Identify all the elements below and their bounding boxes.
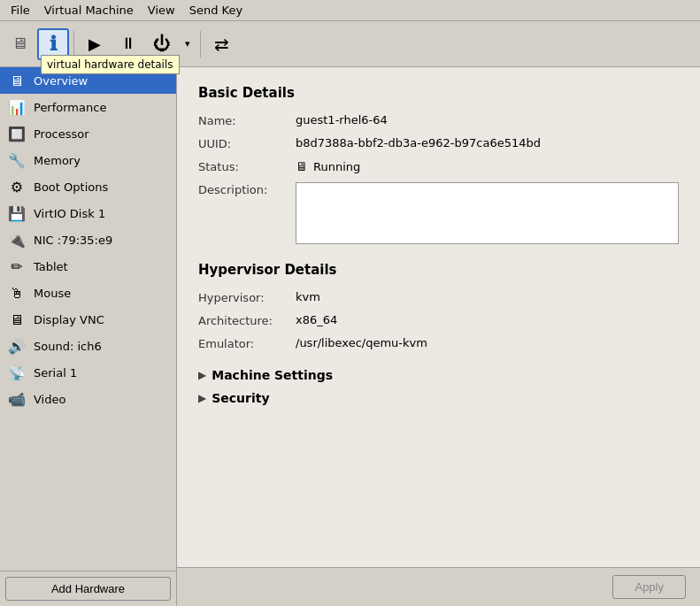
machine-settings-arrow: ▶ bbox=[198, 369, 206, 381]
machine-settings-section: ▶ Machine Settings bbox=[198, 368, 679, 382]
migrate-button[interactable]: ⇄ bbox=[205, 28, 237, 60]
tablet-icon: ✏ bbox=[7, 257, 27, 276]
uuid-label: UUID: bbox=[198, 136, 296, 150]
overview-icon: 🖥 bbox=[7, 71, 27, 90]
apply-button[interactable]: Apply bbox=[612, 575, 686, 599]
tooltip: virtual hardware details bbox=[41, 55, 180, 74]
architecture-row: Architecture: x86_64 bbox=[198, 313, 679, 327]
toolbar-separator-2 bbox=[200, 31, 201, 58]
video-icon: 📹 bbox=[7, 389, 27, 409]
nic-icon: 🔌 bbox=[7, 230, 27, 249]
sidebar-item-mouse[interactable]: 🖱 Mouse bbox=[0, 280, 176, 306]
memory-icon: 🔧 bbox=[7, 150, 27, 170]
security-section: ▶ Security bbox=[198, 391, 679, 405]
architecture-value: x86_64 bbox=[296, 313, 679, 326]
sidebar-item-sound[interactable]: 🔊 Sound: ich6 bbox=[0, 333, 176, 359]
sidebar-item-tablet[interactable]: ✏ Tablet bbox=[0, 253, 176, 280]
hypervisor-label: Hypervisor: bbox=[198, 290, 296, 304]
sidebar-item-boot-options[interactable]: ⚙ Boot Options bbox=[0, 173, 176, 200]
description-label: Description: bbox=[198, 182, 296, 196]
sidebar-label-video: Video bbox=[34, 393, 65, 406]
sidebar-item-nic[interactable]: 🔌 NIC :79:35:e9 bbox=[0, 226, 176, 253]
uuid-value: b8d7388a-bbf2-db3a-e962-b97ca6e514bd bbox=[296, 136, 679, 150]
sidebar-label-memory: Memory bbox=[34, 154, 81, 167]
toolbar-separator-1 bbox=[73, 31, 74, 58]
emulator-row: Emulator: /usr/libexec/qemu-kvm bbox=[198, 336, 679, 350]
sidebar-label-mouse: Mouse bbox=[34, 287, 71, 300]
show-overview-button[interactable]: 🖥 bbox=[4, 28, 35, 60]
menubar: File Virtual Machine View Send Key bbox=[0, 0, 700, 21]
name-label: Name: bbox=[198, 113, 296, 127]
main-layout: 🖥 Overview 📊 Performance 🔲 Processor 🔧 M… bbox=[0, 67, 700, 606]
emulator-value: /usr/libexec/qemu-kvm bbox=[296, 336, 679, 349]
mouse-icon: 🖱 bbox=[7, 283, 27, 303]
menu-file[interactable]: File bbox=[4, 2, 37, 19]
hypervisor-details-table: Hypervisor: kvm Architecture: x86_64 Emu… bbox=[198, 290, 679, 350]
description-textarea[interactable] bbox=[296, 182, 679, 244]
sidebar-label-tablet: Tablet bbox=[34, 260, 68, 273]
emulator-label: Emulator: bbox=[198, 336, 296, 350]
sidebar-list: 🖥 Overview 📊 Performance 🔲 Processor 🔧 M… bbox=[0, 67, 176, 571]
sidebar-label-boot-options: Boot Options bbox=[34, 180, 108, 194]
machine-settings-title: Machine Settings bbox=[212, 368, 333, 382]
apply-area: Apply bbox=[177, 567, 700, 606]
sidebar-label-sound: Sound: ich6 bbox=[34, 340, 102, 353]
sidebar-label-overview: Overview bbox=[34, 74, 88, 88]
description-row: Description: bbox=[198, 182, 679, 244]
serial-icon: 📡 bbox=[7, 363, 27, 382]
sidebar-item-processor[interactable]: 🔲 Processor bbox=[0, 120, 176, 147]
power-menu-button[interactable]: ▾ bbox=[180, 28, 196, 60]
hypervisor-details-title: Hypervisor Details bbox=[198, 262, 679, 278]
add-hardware-button[interactable]: Add Hardware bbox=[5, 577, 171, 601]
menu-view[interactable]: View bbox=[141, 2, 182, 19]
uuid-row: UUID: b8d7388a-bbf2-db3a-e962-b97ca6e514… bbox=[198, 136, 679, 150]
sidebar-item-memory[interactable]: 🔧 Memory bbox=[0, 147, 176, 173]
boot-options-icon: ⚙ bbox=[7, 177, 27, 196]
sidebar-item-video[interactable]: 📹 Video bbox=[0, 386, 176, 412]
basic-details-table: Name: guest1-rhel6-64 UUID: b8d7388a-bbf… bbox=[198, 113, 679, 244]
sidebar-label-display-vnc: Display VNC bbox=[34, 313, 104, 326]
sidebar-label-performance: Performance bbox=[34, 101, 106, 114]
display-vnc-icon: 🖥 bbox=[7, 310, 27, 329]
processor-icon: 🔲 bbox=[7, 124, 27, 143]
name-value: guest1-rhel6-64 bbox=[296, 113, 679, 127]
sidebar-label-processor: Processor bbox=[34, 127, 89, 141]
hypervisor-value: kvm bbox=[296, 290, 679, 303]
menu-virtual-machine[interactable]: Virtual Machine bbox=[37, 2, 141, 19]
status-text: Running bbox=[313, 160, 360, 173]
machine-settings-header[interactable]: ▶ Machine Settings bbox=[198, 368, 679, 382]
status-value: 🖥 Running bbox=[296, 159, 679, 173]
sidebar-item-display-vnc[interactable]: 🖥 Display VNC bbox=[0, 306, 176, 333]
menu-send-key[interactable]: Send Key bbox=[182, 2, 250, 19]
sidebar-footer: Add Hardware bbox=[0, 571, 176, 606]
sidebar-label-virtio-disk: VirtIO Disk 1 bbox=[34, 207, 105, 220]
performance-icon: 📊 bbox=[7, 97, 27, 117]
sidebar-item-serial[interactable]: 📡 Serial 1 bbox=[0, 359, 176, 386]
status-row: Status: 🖥 Running bbox=[198, 159, 679, 173]
security-header[interactable]: ▶ Security bbox=[198, 391, 679, 405]
architecture-label: Architecture: bbox=[198, 313, 296, 327]
security-title: Security bbox=[212, 391, 269, 405]
sidebar: 🖥 Overview 📊 Performance 🔲 Processor 🔧 M… bbox=[0, 67, 177, 606]
basic-details-title: Basic Details bbox=[198, 85, 679, 101]
sidebar-item-virtio-disk[interactable]: 💾 VirtIO Disk 1 bbox=[0, 200, 176, 226]
security-arrow: ▶ bbox=[198, 392, 206, 404]
hypervisor-row: Hypervisor: kvm bbox=[198, 290, 679, 304]
status-icon: 🖥 bbox=[296, 159, 308, 173]
sidebar-label-serial: Serial 1 bbox=[34, 366, 77, 380]
sound-icon: 🔊 bbox=[7, 336, 27, 356]
status-label: Status: bbox=[198, 159, 296, 173]
virtio-disk-icon: 💾 bbox=[7, 203, 27, 223]
sidebar-label-nic: NIC :79:35:e9 bbox=[34, 234, 112, 247]
name-row: Name: guest1-rhel6-64 bbox=[198, 113, 679, 127]
sidebar-item-performance[interactable]: 📊 Performance bbox=[0, 94, 176, 120]
content-area: Basic Details Name: guest1-rhel6-64 UUID… bbox=[177, 67, 700, 606]
